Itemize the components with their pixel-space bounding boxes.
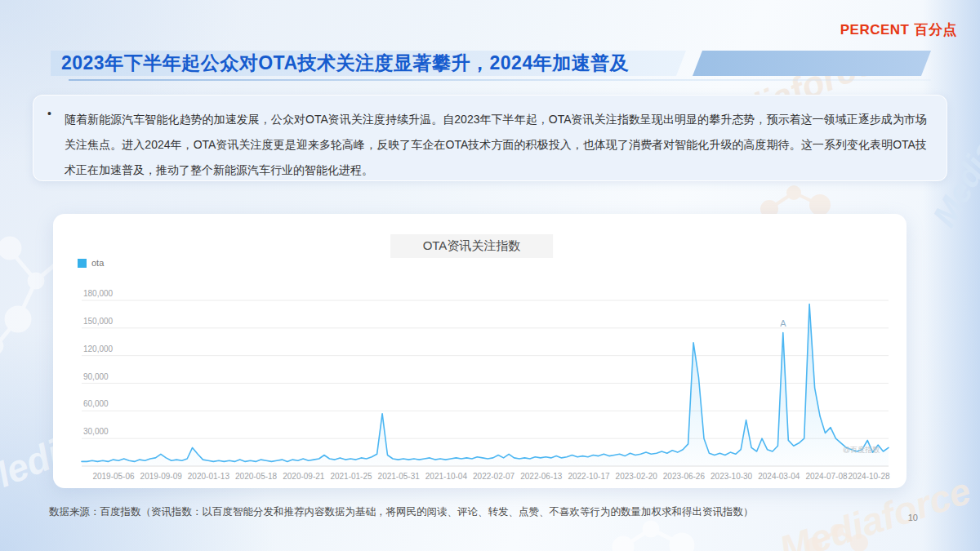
legend-swatch <box>78 259 87 268</box>
svg-text:60,000: 60,000 <box>83 399 109 408</box>
svg-text:2022-06-13: 2022-06-13 <box>520 472 563 481</box>
data-source-note: 数据来源：百度指数（资讯指数：以百度智能分发和推荐内容数据为基础，将网民的阅读、… <box>49 505 882 519</box>
svg-text:2019-05-06: 2019-05-06 <box>92 472 135 481</box>
summary-box: • 随着新能源汽车智能化趋势的加速发展，公众对OTA资讯关注度持续升温。自202… <box>33 95 947 181</box>
chart-title: OTA资讯关注指数 <box>390 234 554 258</box>
y-grid: 180,000150,000120,00090,00060,00030,000 <box>82 289 889 466</box>
brand-logo: PERCENT百分点 <box>840 20 957 39</box>
title-band: 2023年下半年起公众对OTA技术关注度显著攀升，2024年加速普及 <box>51 51 931 76</box>
svg-text:120,000: 120,000 <box>83 344 114 353</box>
summary-bullet: • <box>47 107 51 120</box>
x-axis-labels: 2019-05-062019-09-092020-01-132020-05-18… <box>92 472 890 481</box>
svg-text:2023-10-30: 2023-10-30 <box>710 472 753 481</box>
legend: ota <box>78 258 104 268</box>
brand-logo-text-en: PERCENT <box>840 22 910 38</box>
svg-text:2024-10-28: 2024-10-28 <box>848 472 890 481</box>
molecule-watermark-icon <box>760 178 833 219</box>
svg-text:2021-01-25: 2021-01-25 <box>330 472 372 481</box>
peak-annotation: A <box>780 318 786 328</box>
svg-text:2023-06-26: 2023-06-26 <box>663 472 706 481</box>
svg-text:90,000: 90,000 <box>83 372 109 381</box>
svg-text:150,000: 150,000 <box>83 317 114 326</box>
svg-text:180,000: 180,000 <box>83 289 114 298</box>
background-gradient-right <box>923 0 980 551</box>
baidu-index-watermark: @百度指数 <box>843 446 880 454</box>
svg-text:2020-05-18: 2020-05-18 <box>235 472 278 481</box>
summary-text: 随着新能源汽车智能化趋势的加速发展，公众对OTA资讯关注度持续升温。自2023年… <box>65 107 927 183</box>
brand-logo-text-zh: 百分点 <box>915 22 958 38</box>
svg-text:2019-09-09: 2019-09-09 <box>140 472 183 481</box>
svg-text:2022-10-17: 2022-10-17 <box>568 472 610 481</box>
legend-label: ota <box>91 258 104 268</box>
slide: Mediaforce Mediaforce Mediaforce Mediafo… <box>0 0 980 551</box>
title-underline <box>69 79 931 81</box>
svg-text:2021-05-31: 2021-05-31 <box>378 472 421 481</box>
chart-card: 180,000150,000120,00090,00060,00030,0002… <box>53 214 906 488</box>
page-number: 10 <box>908 513 918 522</box>
svg-text:2020-01-13: 2020-01-13 <box>188 472 230 481</box>
svg-text:2024-07-08: 2024-07-08 <box>805 472 848 481</box>
svg-text:2020-09-21: 2020-09-21 <box>283 472 325 481</box>
svg-text:30,000: 30,000 <box>83 427 109 436</box>
title-band-right <box>693 51 931 76</box>
molecule-watermark-icon <box>804 519 870 551</box>
svg-text:2021-10-04: 2021-10-04 <box>425 472 468 481</box>
svg-text:2024-03-04: 2024-03-04 <box>758 472 800 481</box>
page-title: 2023年下半年起公众对OTA技术关注度显著攀升，2024年加速普及 <box>61 51 629 76</box>
svg-text:2023-02-20: 2023-02-20 <box>616 472 658 481</box>
svg-text:2022-02-07: 2022-02-07 <box>473 472 515 481</box>
